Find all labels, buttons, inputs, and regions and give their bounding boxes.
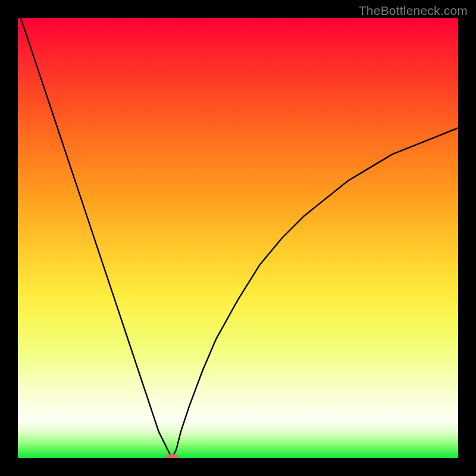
heatmap-gradient-background xyxy=(18,18,458,458)
plot-area xyxy=(18,18,458,458)
chart-stage: TheBottleneck.com xyxy=(0,0,476,476)
optimum-marker xyxy=(165,454,179,458)
